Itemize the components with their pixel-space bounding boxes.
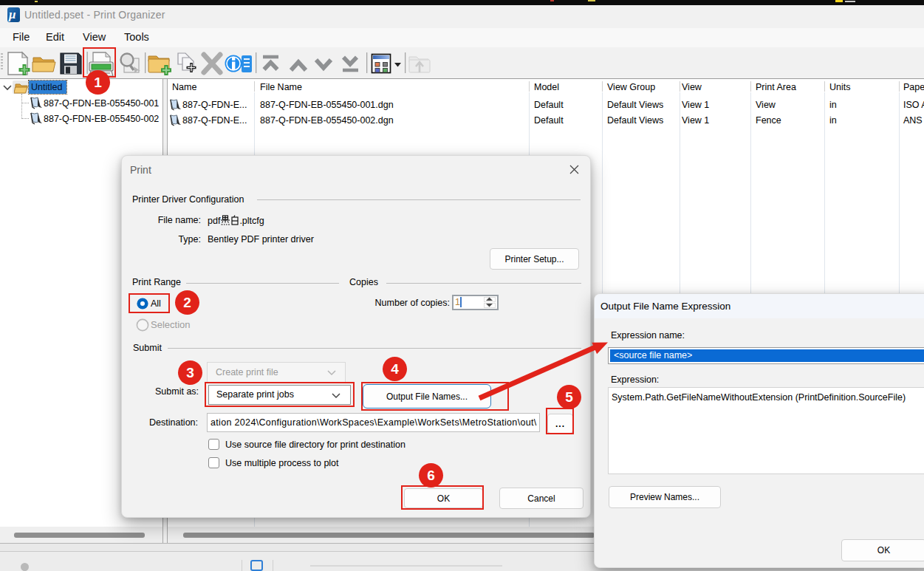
svg-text:μ: μ bbox=[8, 7, 16, 21]
